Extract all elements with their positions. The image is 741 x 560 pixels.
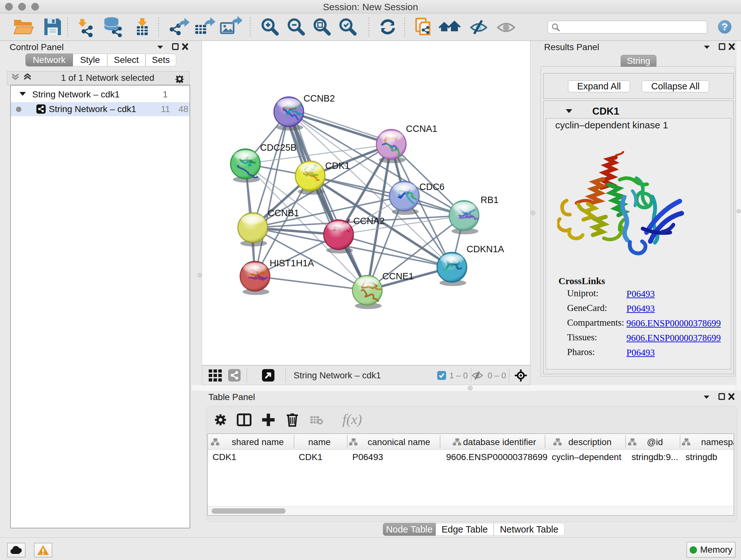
svg-text:CCNB2: CCNB2 <box>304 93 335 104</box>
svg-text:CCNB1: CCNB1 <box>268 208 299 218</box>
svg-text:f(x): f(x) <box>342 412 362 427</box>
svg-text:shared name: shared name <box>232 437 284 447</box>
svg-text:CDC25B: CDC25B <box>260 142 296 152</box>
svg-text:CDKN1A: CDKN1A <box>467 244 504 254</box>
svg-text:CCNA2: CCNA2 <box>353 216 385 226</box>
svg-text:namespac: namespac <box>701 437 734 447</box>
svg-text:@id: @id <box>647 437 663 447</box>
svg-text:description: description <box>568 437 611 447</box>
svg-text:canonical name: canonical name <box>367 437 430 447</box>
svg-text:database identifier: database identifier <box>463 437 536 447</box>
svg-text:CDK1: CDK1 <box>325 161 350 171</box>
svg-text:HIST1H1A: HIST1H1A <box>270 258 314 268</box>
svg-text:CCNA1: CCNA1 <box>406 124 437 134</box>
svg-text:name: name <box>308 437 331 447</box>
svg-text:CCNE1: CCNE1 <box>382 271 414 281</box>
svg-text:RB1: RB1 <box>481 195 498 205</box>
svg-text:CDC6: CDC6 <box>419 182 445 192</box>
